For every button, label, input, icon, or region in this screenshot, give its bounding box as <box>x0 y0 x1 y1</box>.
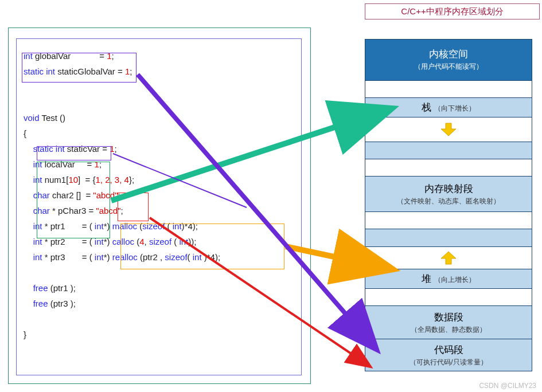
mem-mmap-sub: （文件映射、动态库、匿名映射） <box>365 197 532 206</box>
mem-data-segment: 数据段 （全局数据、静态数据） <box>365 306 532 339</box>
highlight-static-local <box>37 146 111 160</box>
mem-kernel-title: 内核空间 <box>365 48 532 61</box>
watermark: CSDN @CILMY23 <box>479 382 536 390</box>
mem-gap-4 <box>365 212 532 229</box>
code-line-14: free (ptr3 ); <box>24 296 294 311</box>
kw-void: void <box>24 113 40 123</box>
mem-kernel-sub: （用户代码不能读写） <box>365 62 532 72</box>
mem-heap-sub: （向上增长） <box>434 276 475 284</box>
kw-int: int <box>95 252 104 262</box>
txt: (ptr3 ); <box>48 299 76 308</box>
code-line-4: { <box>24 126 294 141</box>
highlight-globals <box>22 53 137 83</box>
txt: ; <box>115 144 117 154</box>
arrow-up-icon <box>440 250 457 265</box>
txt: Test () <box>40 113 66 123</box>
mem-gap-3 <box>365 159 532 177</box>
mem-stack-sub: （向下增长） <box>434 104 475 112</box>
mem-gap-6 <box>365 289 532 306</box>
highlight-locals <box>37 162 110 238</box>
mem-code-segment: 代码段 （可执行代码/只读常量） <box>365 339 532 371</box>
mem-kernel: 内核空间 （用户代码不能读写） <box>365 40 532 81</box>
mem-stack-title: 栈 <box>422 102 431 113</box>
mem-mmap-title: 内存映射段 <box>365 182 532 195</box>
memory-layout: 内核空间 （用户代码不能读写） 栈 （向下增长） 内存映射段 （文件映射、动态库… <box>365 39 532 371</box>
highlight-string-literal <box>118 193 149 221</box>
highlight-heap-allocs <box>120 224 284 269</box>
mem-stack-arrow-row <box>365 117 532 142</box>
code-line-3: void Test () <box>24 110 294 126</box>
mem-heap-title: 堆 <box>422 273 431 284</box>
mem-gap-1 <box>365 81 532 98</box>
mem-stack: 栈 （向下增长） <box>365 98 532 117</box>
blank <box>24 311 294 327</box>
txt: (ptr1 ); <box>48 283 76 293</box>
mem-data-sub: （全局数据、静态数据） <box>365 325 532 335</box>
fn-free: free <box>24 283 48 293</box>
mem-gap-2 <box>365 142 532 159</box>
kw-int: int <box>24 252 42 262</box>
blank <box>24 95 294 110</box>
mem-heap: 堆 （向上增长） <box>365 269 532 289</box>
mem-gap-5 <box>365 229 532 246</box>
fn-free: free <box>24 299 48 308</box>
mem-code-title: 代码段 <box>365 343 532 356</box>
txt: *) <box>104 252 112 262</box>
mem-heap-arrow-row <box>365 247 532 270</box>
code-line-15: } <box>24 327 294 342</box>
mem-code-sub: （可执行代码/只读常量） <box>365 358 532 367</box>
arrow-down-icon <box>440 122 457 137</box>
mem-data-title: 数据段 <box>365 311 532 324</box>
diagram-title: C/C++中程序内存区域划分 <box>365 3 540 19</box>
code-line-13: free (ptr1 ); <box>24 280 294 296</box>
txt: * ptr3 = ( <box>42 252 95 262</box>
txt: }; <box>129 175 134 185</box>
mem-mmap: 内存映射段 （文件映射、动态库、匿名映射） <box>365 177 532 212</box>
